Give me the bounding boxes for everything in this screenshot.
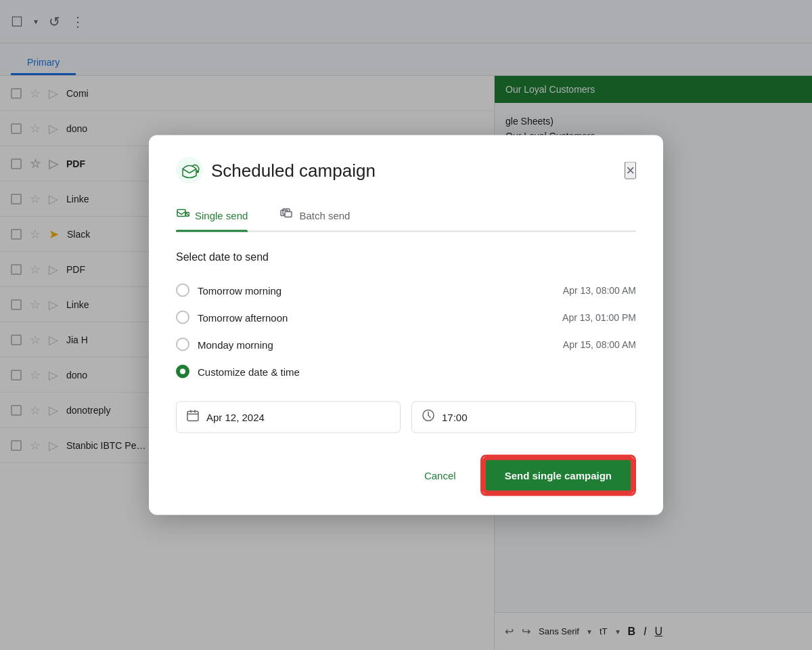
modal-header: Scheduled campaign × xyxy=(176,157,636,184)
radio-option-tomorrow-morning[interactable]: Tomorrow morning Apr 13, 08:00 AM xyxy=(176,277,636,304)
modal-title-group: Scheduled campaign xyxy=(176,157,376,184)
radio-input-customize[interactable] xyxy=(176,365,189,378)
close-button[interactable]: × xyxy=(625,162,636,179)
batch-send-label: Batch send xyxy=(299,210,350,221)
radio-date-tomorrow-afternoon: Apr 13, 01:00 PM xyxy=(562,312,636,323)
radio-option-left: Tomorrow morning xyxy=(176,284,281,297)
svg-point-1 xyxy=(196,171,199,173)
tab-batch-send[interactable]: Batch send xyxy=(280,200,350,231)
radio-input-monday-morning[interactable] xyxy=(176,338,189,351)
time-input-field[interactable]: 17:00 xyxy=(411,402,636,433)
scheduled-campaign-modal: Scheduled campaign × Single send xyxy=(149,135,663,515)
date-input-field[interactable]: Apr 12, 2024 xyxy=(176,402,401,433)
batch-send-icon xyxy=(280,207,294,224)
radio-option-tomorrow-afternoon[interactable]: Tomorrow afternoon Apr 13, 01:00 PM xyxy=(176,304,636,331)
modal-tabs: Single send Batch send xyxy=(176,200,636,232)
radio-label-customize: Customize date & time xyxy=(198,366,300,377)
radio-option-customize[interactable]: Customize date & time xyxy=(176,358,636,385)
svg-rect-7 xyxy=(187,412,198,421)
radio-input-tomorrow-afternoon[interactable] xyxy=(176,311,189,324)
campaign-icon xyxy=(176,157,203,184)
radio-group: Tomorrow morning Apr 13, 08:00 AM Tomorr… xyxy=(176,277,636,385)
modal-title: Scheduled campaign xyxy=(211,160,376,181)
radio-option-left: Customize date & time xyxy=(176,365,300,378)
radio-date-tomorrow-morning: Apr 13, 08:00 AM xyxy=(563,285,636,296)
radio-option-monday-morning[interactable]: Monday morning Apr 15, 08:00 AM xyxy=(176,331,636,358)
radio-option-left: Monday morning xyxy=(176,338,273,351)
custom-date-time-inputs: Apr 12, 2024 17:00 xyxy=(176,402,636,433)
radio-input-tomorrow-morning[interactable] xyxy=(176,284,189,297)
radio-date-monday-morning: Apr 15, 08:00 AM xyxy=(563,339,636,350)
radio-label-tomorrow-afternoon: Tomorrow afternoon xyxy=(198,311,288,323)
section-title: Select date to send xyxy=(176,251,636,263)
send-single-campaign-button[interactable]: Send single campaign xyxy=(484,458,633,493)
time-value: 17:00 xyxy=(442,412,468,423)
svg-rect-6 xyxy=(285,212,292,217)
single-send-label: Single send xyxy=(195,210,248,221)
radio-label-tomorrow-morning: Tomorrow morning xyxy=(198,284,281,296)
calendar-icon xyxy=(186,409,200,426)
radio-label-monday-morning: Monday morning xyxy=(198,339,273,350)
cancel-button[interactable]: Cancel xyxy=(413,463,467,488)
radio-option-left: Tomorrow afternoon xyxy=(176,311,288,324)
clock-icon xyxy=(422,409,435,426)
modal-footer: Cancel Send single campaign xyxy=(176,455,636,496)
date-value: Apr 12, 2024 xyxy=(206,412,265,423)
single-send-icon xyxy=(176,207,189,224)
send-button-wrapper: Send single campaign xyxy=(480,455,636,496)
tab-single-send[interactable]: Single send xyxy=(176,200,248,231)
